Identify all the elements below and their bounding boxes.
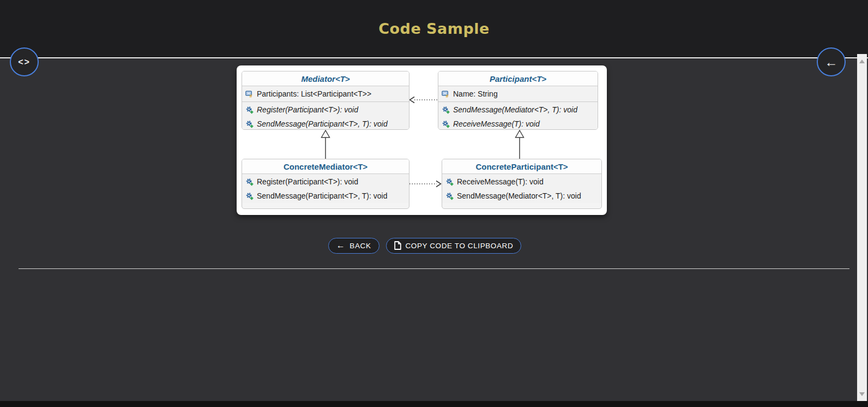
section-divider [19, 268, 849, 269]
uml-method-row: SendMessage(Mediator<T>, T): void [442, 189, 601, 203]
scroll-up-icon[interactable] [859, 59, 865, 63]
back-arrow-icon: ← [825, 55, 838, 70]
back-button[interactable]: ← BACK [328, 238, 379, 254]
method-gear-icon [245, 120, 254, 128]
uml-class-name: Mediator<T> [242, 71, 409, 86]
method-gear-icon [442, 120, 450, 128]
uml-method-text: SendMessage(Mediator<T>, T): void [453, 105, 577, 114]
svg-text:#: # [446, 93, 449, 98]
view-code-button[interactable]: <> [10, 47, 39, 76]
uml-method-row: SendMessage(Participant<T>, T): void [242, 189, 409, 203]
uml-method-text: SendMessage(Participant<T>, T): void [257, 119, 388, 128]
method-gear-icon [245, 106, 254, 114]
uml-method-text: ReceiveMessage(T): void [457, 177, 544, 186]
method-gear-icon [442, 106, 450, 114]
action-button-row: ← BACK COPY CODE TO CLIPBOARD [0, 237, 849, 254]
document-icon [394, 241, 401, 250]
uml-attribute-row: # Participants: List<Participant<T>> [242, 86, 409, 101]
uml-method-text: SendMessage(Participant<T>, T): void [257, 191, 387, 200]
back-button-label: BACK [349, 242, 371, 250]
copy-code-button-label: COPY CODE TO CLIPBOARD [406, 242, 514, 250]
uml-attribute-row: # Name: String [438, 86, 598, 101]
uml-attribute-text: Name: String [453, 89, 498, 98]
uml-class-name: Participant<T> [438, 71, 598, 86]
back-nav-button[interactable]: ← [817, 47, 846, 76]
page: Code Sample <> ← Mediator<T> [0, 0, 868, 407]
uml-method-row: SendMessage(Participant<T>, T): void [242, 117, 409, 130]
app-header: Code Sample [0, 0, 868, 58]
copy-code-button[interactable]: COPY CODE TO CLIPBOARD [386, 238, 522, 254]
uml-method-row: Register(Participant<T>): void [242, 103, 409, 117]
page-title: Code Sample [378, 20, 490, 37]
bottom-edge-bar [0, 401, 868, 407]
svg-text:#: # [250, 93, 252, 98]
code-icon: <> [18, 57, 31, 67]
uml-method-row: Register(Participant<T>): void [242, 175, 409, 189]
uml-method-text: Register(Participant<T>): void [257, 177, 358, 186]
left-arrow-icon: ← [336, 241, 346, 250]
uml-method-row: ReceiveMessage(T): void [442, 175, 601, 189]
uml-class-concrete-mediator: ConcreteMediator<T> Register(Participant… [242, 159, 409, 209]
method-gear-icon [445, 178, 454, 186]
method-gear-icon [245, 178, 254, 186]
vertical-scrollbar[interactable] [857, 54, 867, 402]
field-icon: # [442, 90, 450, 98]
field-icon: # [245, 90, 254, 98]
uml-class-mediator: Mediator<T> # Participants: List<Partici… [242, 71, 409, 130]
method-gear-icon [245, 192, 254, 200]
uml-class-name: ConcreteMediator<T> [242, 159, 409, 174]
method-gear-icon [445, 192, 454, 200]
uml-class-name: ConcreteParticipant<T> [442, 159, 601, 174]
uml-method-row: ReceiveMessage(T): void [438, 117, 598, 130]
uml-method-text: ReceiveMessage(T): void [453, 119, 540, 128]
uml-attribute-text: Participants: List<Participant<T>> [257, 89, 371, 98]
uml-method-row: SendMessage(Mediator<T>, T): void [438, 103, 598, 117]
uml-method-text: SendMessage(Mediator<T>, T): void [457, 191, 581, 200]
uml-class-concrete-participant: ConcreteParticipant<T> ReceiveMessage(T)… [442, 159, 602, 209]
uml-class-participant: Participant<T> # Name: String SendMessag… [438, 71, 598, 130]
uml-diagram-panel: Mediator<T> # Participants: List<Partici… [237, 65, 607, 215]
uml-method-text: Register(Participant<T>): void [257, 105, 358, 114]
scroll-down-icon[interactable] [859, 392, 865, 396]
